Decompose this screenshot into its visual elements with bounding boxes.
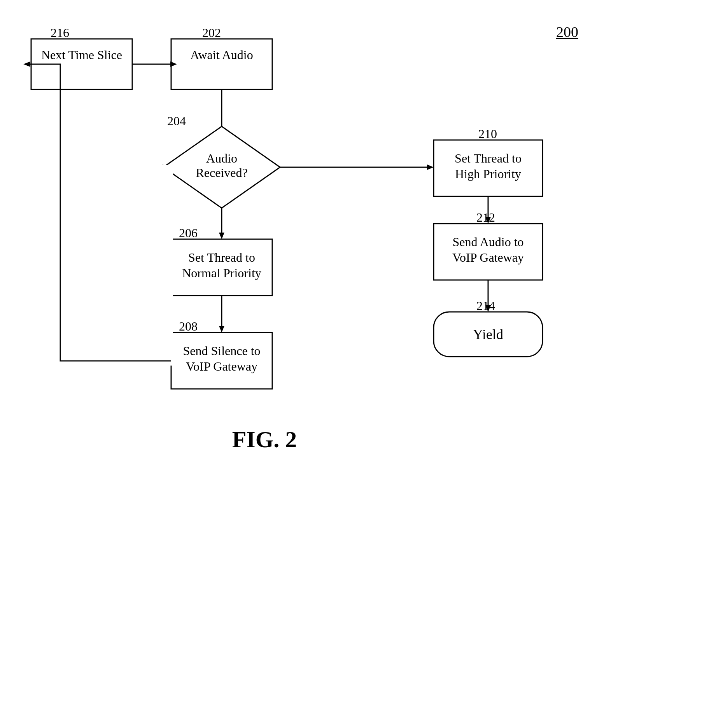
label-212: 212 bbox=[476, 210, 495, 224]
label-208: 208 bbox=[179, 319, 198, 333]
node-214-label: Yield bbox=[473, 327, 503, 342]
label-204: 204 bbox=[167, 114, 186, 128]
node-210-label-line2: High Priority bbox=[455, 167, 521, 181]
label-216: 216 bbox=[51, 26, 69, 40]
flowchart-svg: 200 Next Time Slice 216 Await Audio 202 … bbox=[0, 0, 709, 728]
node-208-label-line1: Send Silence to bbox=[183, 344, 260, 358]
node-204-label-line2: Received? bbox=[196, 166, 247, 180]
diagram-number: 200 bbox=[556, 24, 578, 40]
node-216-label: Next Time Slice bbox=[41, 48, 122, 62]
node-210-label-line1: Set Thread to bbox=[455, 151, 522, 165]
node-212-label-line1: Send Audio to bbox=[452, 235, 523, 249]
svg-rect-3 bbox=[58, 358, 175, 366]
node-212-label-line2: VoIP Gateway bbox=[452, 250, 524, 264]
node-208-label-line2: VoIP Gateway bbox=[186, 359, 257, 373]
label-206: 206 bbox=[179, 226, 198, 240]
node-206-label-line1: Set Thread to bbox=[188, 250, 255, 264]
label-202: 202 bbox=[202, 26, 221, 40]
label-210: 210 bbox=[478, 127, 497, 141]
label-214: 214 bbox=[476, 299, 495, 313]
svg-rect-2 bbox=[76, 165, 173, 364]
diagram-container: 200 Next Time Slice 216 Await Audio 202 … bbox=[0, 0, 709, 728]
node-204-label-line1: Audio bbox=[206, 151, 237, 165]
node-202-label: Await Audio bbox=[190, 48, 253, 62]
node-202-rect bbox=[171, 39, 272, 89]
node-206-label-line2: Normal Priority bbox=[182, 266, 261, 280]
fig-label: FIG. 2 bbox=[232, 427, 297, 452]
